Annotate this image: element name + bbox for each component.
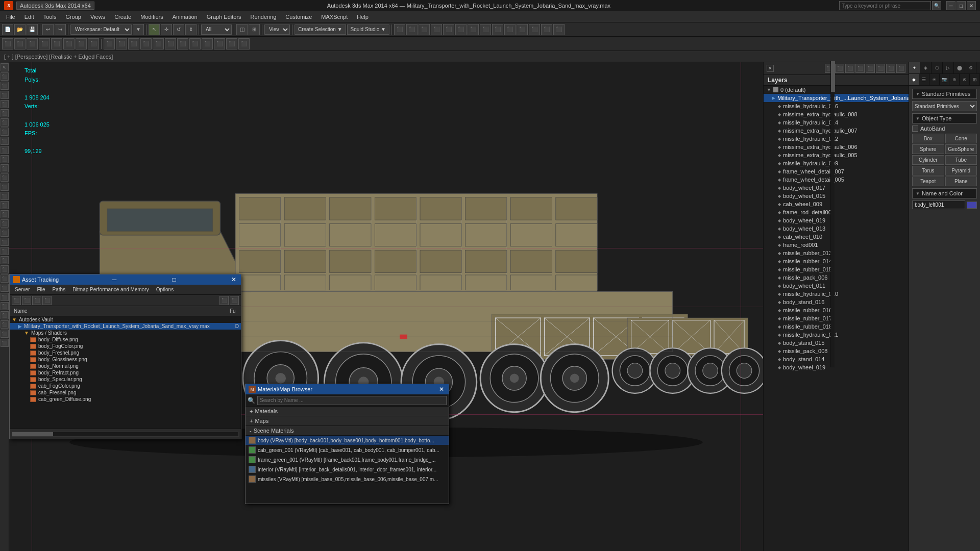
tb-new[interactable]: 📄 [2,24,13,35]
tb-scale[interactable]: ⇕ [185,24,197,35]
tb-workspace-arrow[interactable]: ▼ [133,24,144,35]
asset-file-5[interactable]: body_Normal.png [10,363,241,369]
layer-item-11[interactable]: ◆ body_wheel_015 [764,192,909,200]
tb2-btn3[interactable]: ⬛ [27,38,38,49]
mat-row-4[interactable]: missiles (VRayMtl) [missile_base_005,mis… [246,474,449,484]
lt-btn4[interactable]: ⬛ [1,100,9,108]
lt-btn12[interactable]: ⬛ [1,173,9,182]
menu-server[interactable]: Server [12,286,33,293]
cmd-tab-hierarchy[interactable]: ⬡ [932,62,943,73]
tb-align[interactable]: ⊞ [249,24,260,35]
tb-btn4[interactable]: ⬛ [431,24,442,35]
at-hscroll[interactable] [12,432,239,437]
layer-item-3[interactable]: ◆ missime_extra_hydraulic_007 [764,127,909,135]
btn-teapot[interactable]: Teapot [912,177,944,186]
tb2-btn19[interactable]: ⬛ [226,38,237,49]
lt-btn13[interactable]: ⬛ [1,183,9,191]
tb-btn2[interactable]: ⬛ [406,24,418,35]
minimize-btn[interactable]: ─ [946,1,955,10]
tb2-btn8[interactable]: ⬛ [88,38,99,49]
tb2-btn11[interactable]: ⬛ [128,38,139,49]
layer-main-file[interactable]: ▶ Military_Transporter_with_...Launch_Sy… [764,94,909,102]
asset-file-3[interactable]: body_Fresnel.png [10,349,241,356]
tb-rotate[interactable]: ↺ [173,24,184,35]
asset-main-file[interactable]: ▶ Military_Transporter_with_Rocket_Launc… [10,323,241,330]
maximize-btn[interactable]: □ [957,1,966,10]
material-list[interactable]: Materials Maps Scene Materials body (VRa… [246,407,449,504]
btn-cone[interactable]: Cone [945,134,977,143]
search-input[interactable] [839,1,931,10]
mat-row-0[interactable]: body (VRayMtl) [body_back001,body_base00… [246,436,449,445]
layer-item-2[interactable]: ◆ missile_hydraulic_014 [764,118,909,127]
layer-item-27[interactable]: ◆ missile_rubber_018 [764,322,909,331]
btn-geosphere[interactable]: GeoSphere [945,144,977,154]
layers-scrollbar[interactable] [830,61,835,367]
lt-btn11[interactable]: ⬛ [1,164,9,172]
close-window-btn[interactable]: ✕ [230,276,238,284]
tb-btn13[interactable]: ⬛ [541,24,552,35]
layers-tb-btn8[interactable]: ⬛ [896,64,905,73]
tb-btn1[interactable]: ⬛ [394,24,405,35]
lt-btn10[interactable]: ⬛ [1,155,9,163]
lt-btn6[interactable]: ⬛ [1,118,9,127]
cmd-tab-utilities[interactable]: ⚙ [965,62,976,73]
tb-btn5[interactable]: ⬛ [443,24,454,35]
btn-sphere[interactable]: Sphere [912,144,944,154]
layers-tb-btn4[interactable]: ⬛ [855,64,865,73]
object-name-input[interactable] [912,201,965,209]
at-tb-btn2[interactable]: ⬛ [22,296,31,305]
menu-options[interactable]: Options [153,286,177,293]
menu-rendering[interactable]: Rendering [247,13,281,21]
lt-btn22[interactable]: ⬛ [1,265,9,273]
lt-btn8[interactable]: ⬛ [1,137,9,145]
tb2-btn4[interactable]: ⬛ [39,38,50,49]
tb-btn6[interactable]: ⬛ [455,24,467,35]
restore-window-btn[interactable]: □ [170,276,178,284]
cmd-subtab-spacewarps[interactable]: ⊗ [960,74,970,85]
cmd-tab-create[interactable]: + [909,62,920,73]
btn-torus[interactable]: Torus [912,166,944,176]
layer-item-12[interactable]: ◆ cab_wheel_009 [764,200,909,208]
materials-section[interactable]: Materials [246,407,449,416]
tb-redo[interactable]: ↪ [55,24,66,35]
selection-filter[interactable]: All [201,24,232,35]
tb2-btn10[interactable]: ⬛ [116,38,127,49]
layer-item-6[interactable]: ◆ missime_extra_hydraulic_005 [764,151,909,159]
tb2-btn15[interactable]: ⬛ [177,38,188,49]
layer-item-24[interactable]: ◆ body_stand_016 [764,298,909,306]
asset-file-6[interactable]: body_Refract.png [10,369,241,376]
tb2-btn2[interactable]: ⬛ [14,38,26,49]
lt-btn5[interactable]: ⬛ [1,109,9,117]
standard-primitives-header[interactable]: ▼ Standard Primitives [912,89,977,99]
primitives-dropdown[interactable]: Standard Primitives [912,101,977,111]
cmd-subtab-shapes[interactable]: ☰ [919,74,929,85]
menu-tools[interactable]: Tools [39,13,61,21]
asset-file-9[interactable]: cab_Fresnel.png [10,389,241,396]
menu-help[interactable]: Help [353,13,373,21]
asset-file-10[interactable]: cab_green_Diffuse.png [10,396,241,403]
lt-btn9[interactable]: ⬛ [1,146,9,154]
btn-plane[interactable]: Plane [945,177,977,186]
at-tb-btn5[interactable]: ⬛ [219,296,229,305]
material-search-input[interactable] [257,396,447,405]
menu-file[interactable]: File [2,13,19,21]
tb2-btn7[interactable]: ⬛ [76,38,87,49]
close-btn[interactable]: ✕ [967,1,976,10]
mat-row-2[interactable]: frame_green_001 (VRayMtl) [frame_back001… [246,455,449,465]
mat-close-btn[interactable]: ✕ [437,385,446,393]
layer-item-21[interactable]: ◆ missile_pack_006 [764,273,909,282]
tb-btn11[interactable]: ⬛ [517,24,528,35]
tb2-btn6[interactable]: ⬛ [63,38,75,49]
menu-file[interactable]: File [34,286,48,293]
lt-btn27[interactable]: ⬛ [1,311,9,319]
asset-root-item[interactable]: ▼ Autodesk Vault [10,316,241,323]
layer-item-1[interactable]: ◆ missime_extra_hydraulic_008 [764,110,909,118]
tb-btn14[interactable]: ⬛ [553,24,565,35]
lt-btn28[interactable]: ⬛ [1,320,9,329]
tb2-btn5[interactable]: ⬛ [51,38,62,49]
layers-tb-btn3[interactable]: ⬛ [845,64,854,73]
layer-item-32[interactable]: ◆ body_wheel_019 [764,363,909,371]
menu-edit[interactable]: Edit [20,13,38,21]
asset-tracking-titlebar[interactable]: Asset Tracking ─ □ ✕ [10,274,241,285]
layers-tb-btn5[interactable]: ⬛ [866,64,875,73]
